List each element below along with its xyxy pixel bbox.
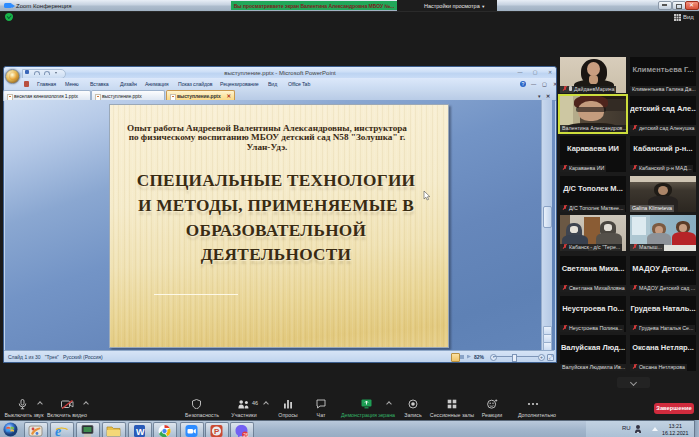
svg-text:W: W <box>136 426 145 436</box>
svg-text:26: 26 <box>243 432 249 437</box>
svg-text:P: P <box>214 427 220 436</box>
svg-text:e: e <box>55 424 61 437</box>
